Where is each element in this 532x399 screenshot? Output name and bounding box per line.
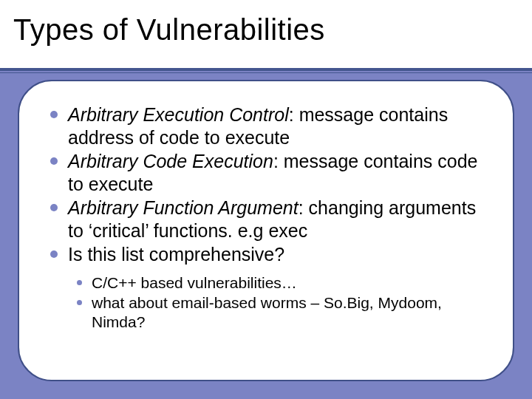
title-rule: [0, 68, 532, 71]
bullet-desc: Is this list comprehensive?: [68, 244, 284, 265]
bullet-term: Arbitrary Execution Control: [68, 104, 289, 125]
list-item: Arbitrary Code Execution: message contai…: [49, 150, 486, 195]
title-band: Types of Vulnerabilities: [0, 0, 532, 71]
bullet-list: Arbitrary Execution Control: message con…: [49, 103, 486, 266]
list-item: what about email-based worms – So.Big, M…: [75, 293, 486, 332]
list-item: C/C++ based vulnerabilities…: [75, 273, 486, 293]
bullet-term: Arbitrary Function Argument: [68, 197, 299, 218]
list-item: Is this list comprehensive?: [49, 243, 486, 266]
bullet-term: Arbitrary Code Execution: [68, 151, 273, 171]
sub-bullet-text: C/C++ based vulnerabilities…: [92, 274, 297, 291]
list-item: Arbitrary Function Argument: changing ar…: [49, 197, 486, 242]
content-card: Arbitrary Execution Control: message con…: [18, 80, 514, 381]
list-item: Arbitrary Execution Control: message con…: [49, 103, 486, 149]
slide: Types of Vulnerabilities Arbitrary Execu…: [0, 0, 532, 399]
slide-title: Types of Vulnerabilities: [13, 13, 519, 47]
sub-bullet-text: what about email-based worms – So.Big, M…: [92, 294, 442, 330]
title-rule-thin: [0, 72, 532, 73]
sub-bullet-list: C/C++ based vulnerabilities… what about …: [75, 273, 486, 332]
